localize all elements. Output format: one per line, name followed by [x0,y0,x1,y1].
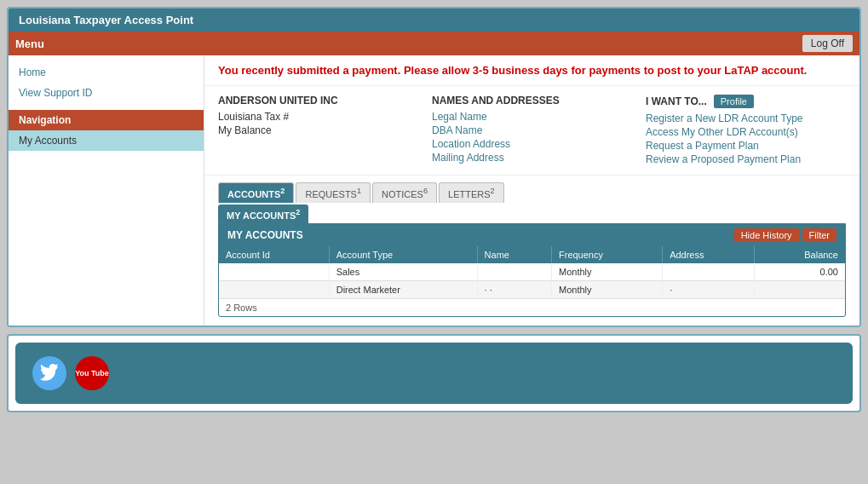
table-header-row: Account Id Account Type Name Frequency A… [219,246,845,263]
sidebar-nav-links: Home View Support ID [9,55,204,110]
row1-frequency: Monthly [552,263,663,281]
row1-balance: 0.00 [755,263,845,281]
col-frequency: Frequency [552,246,663,263]
col-account-id: Account Id [219,246,329,263]
table-row: Sales Monthly 0.00 [219,263,845,281]
main-container: Home View Support ID Navigation My Accou… [9,55,859,326]
louisiana-tax-field: Louisiana Tax # [218,110,418,124]
mailing-address-link[interactable]: Mailing Address [432,151,632,164]
row2-name: · · [477,281,551,299]
review-proposed-payment-link[interactable]: Review a Proposed Payment Plan [646,153,846,166]
i-want-to-col: I WANT TO... Profile Register a New LDR … [646,95,846,166]
sub-tab-my-accounts[interactable]: MY ACCOUNTS2 [218,205,308,224]
content-area: You recently submitted a payment. Please… [204,55,859,326]
navigation-header: Navigation [9,110,204,130]
row1-account-type: Sales [329,263,477,281]
access-other-ldr-link[interactable]: Access My Other LDR Account(s) [646,125,846,139]
twitter-icon[interactable] [32,356,66,390]
app-title: Louisiana Taxpayer Access Point [19,14,193,26]
logout-button[interactable]: Log Off [802,35,853,52]
tab-row: ACCOUNTS2 REQUESTS1 NOTICES6 LETTERS2 [218,182,846,203]
alert-bar: You recently submitted a payment. Please… [204,55,859,86]
tab-letters[interactable]: LETTERS2 [439,182,504,203]
accounts-table: Account Id Account Type Name Frequency A… [219,246,845,299]
menu-bar: Menu Log Off [9,32,859,55]
profile-button[interactable]: Profile [714,95,754,108]
account-info-title: ANDERSON UNITED INC [218,95,418,107]
tab-requests[interactable]: REQUESTS1 [296,182,371,203]
row1-name [477,263,551,281]
table-row: Direct Marketer · · Monthly · [219,281,845,299]
col-account-type: Account Type [329,246,477,263]
row1-address [663,263,755,281]
footer: You Tube [15,343,853,404]
tabs-area: ACCOUNTS2 REQUESTS1 NOTICES6 LETTERS2 [204,176,859,223]
sidebar-item-my-accounts[interactable]: My Accounts [9,130,204,151]
sidebar: Home View Support ID Navigation My Accou… [9,55,204,326]
i-want-to-header: I WANT TO... Profile [646,95,846,108]
home-link[interactable]: Home [9,62,204,83]
register-new-ldr-link[interactable]: Register a New LDR Account Type [646,112,846,125]
accounts-panel-title: MY ACCOUNTS [227,229,303,241]
dba-name-link[interactable]: DBA Name [432,124,632,137]
view-support-id-link[interactable]: View Support ID [9,83,204,103]
col-name: Name [477,246,551,263]
my-balance-field: My Balance [218,124,418,137]
row2-account-id [219,281,329,299]
account-info-col: ANDERSON UNITED INC Louisiana Tax # My B… [218,95,418,166]
accounts-panel-actions: Hide History Filter [734,228,836,242]
location-address-link[interactable]: Location Address [432,137,632,151]
youtube-label: You Tube [75,369,109,378]
menu-label: Menu [15,37,44,50]
accounts-panel-header: MY ACCOUNTS Hide History Filter [219,224,845,246]
row1-account-id [219,263,329,281]
tab-accounts[interactable]: ACCOUNTS2 [218,182,294,203]
hide-history-button[interactable]: Hide History [734,228,799,242]
info-section: ANDERSON UNITED INC Louisiana Tax # My B… [204,86,859,176]
tab-notices[interactable]: NOTICES6 [372,182,437,203]
filter-button[interactable]: Filter [802,228,836,242]
col-balance: Balance [755,246,845,263]
legal-name-link[interactable]: Legal Name [432,110,632,124]
app-header: Louisiana Taxpayer Access Point [9,9,859,32]
i-want-to-title: I WANT TO... [646,95,707,107]
alert-text: You recently submitted a payment. Please… [218,64,807,77]
names-addresses-title: NAMES AND ADDRESSES [432,95,632,107]
row2-account-type: Direct Marketer [329,281,477,299]
request-payment-plan-link[interactable]: Request a Payment Plan [646,139,846,153]
youtube-icon[interactable]: You Tube [75,356,109,390]
col-address: Address [663,246,755,263]
row-count: 2 Rows [219,299,845,316]
accounts-panel: MY ACCOUNTS Hide History Filter Account … [218,223,846,317]
row2-balance [755,281,845,299]
row2-frequency: Monthly [552,281,663,299]
names-addresses-col: NAMES AND ADDRESSES Legal Name DBA Name … [432,95,632,166]
row2-address: · [663,281,755,299]
